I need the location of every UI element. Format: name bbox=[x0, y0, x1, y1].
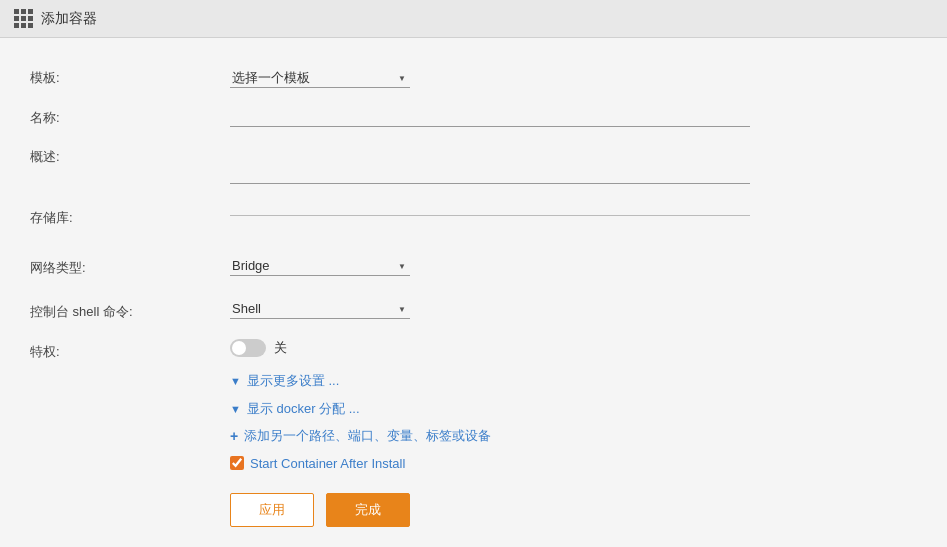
start-container-checkbox-row: Start Container After Install bbox=[230, 450, 917, 477]
red-arrow-icon bbox=[927, 392, 947, 432]
privilege-field-row: 关 bbox=[230, 328, 917, 367]
form-fields: 选择一个模板 Bridge bbox=[230, 58, 917, 527]
storage-label: 存储库: bbox=[30, 198, 230, 238]
toggle-off-label: 关 bbox=[274, 339, 287, 357]
show-docker-distribution-row: ▼ 显示 docker 分配 ... bbox=[230, 395, 917, 422]
template-select[interactable]: 选择一个模板 bbox=[230, 68, 410, 88]
form-content: 模板: 名称: 概述: 存储库: 网络类型: 控制台 shell 命令: 特权:… bbox=[0, 38, 947, 547]
network-type-select-wrapper: Bridge Host None Custom bbox=[230, 256, 410, 276]
finish-button[interactable]: 完成 bbox=[326, 493, 410, 527]
chevron-down-icon-2: ▼ bbox=[230, 403, 241, 415]
page-title: 添加容器 bbox=[41, 10, 97, 28]
privilege-label: 特权: bbox=[30, 332, 230, 372]
storage-field-row bbox=[230, 195, 917, 234]
template-field-row: 选择一个模板 bbox=[230, 58, 917, 97]
console-shell-field-row: Shell bash sh ash bbox=[230, 289, 917, 328]
console-shell-select-wrapper: Shell bash sh ash bbox=[230, 299, 410, 319]
network-type-select[interactable]: Bridge Host None Custom bbox=[230, 256, 410, 276]
chevron-down-icon-1: ▼ bbox=[230, 375, 241, 387]
network-type-label: 网络类型: bbox=[30, 248, 230, 288]
name-field-row bbox=[230, 97, 917, 136]
console-shell-select[interactable]: Shell bash sh ash bbox=[230, 299, 410, 319]
spacer1 bbox=[230, 234, 917, 246]
add-another-link[interactable]: 添加另一个路径、端口、变量、标签或设备 bbox=[244, 427, 491, 445]
buttons-row: 应用 完成 bbox=[230, 493, 917, 527]
show-docker-distribution-link[interactable]: 显示 docker 分配 ... bbox=[247, 400, 360, 418]
description-input[interactable] bbox=[230, 144, 750, 184]
apply-button[interactable]: 应用 bbox=[230, 493, 314, 527]
description-field-row bbox=[230, 136, 917, 195]
description-label: 概述: bbox=[30, 138, 230, 198]
console-shell-label: 控制台 shell 命令: bbox=[30, 292, 230, 332]
start-container-label[interactable]: Start Container After Install bbox=[250, 456, 405, 471]
form-labels: 模板: 名称: 概述: 存储库: 网络类型: 控制台 shell 命令: 特权: bbox=[30, 58, 230, 527]
show-more-settings-row: ▼ 显示更多设置 ... bbox=[230, 367, 917, 394]
template-label: 模板: bbox=[30, 58, 230, 98]
template-select-wrapper: 选择一个模板 bbox=[230, 68, 410, 88]
privilege-toggle-row: 关 bbox=[230, 330, 287, 366]
name-label: 名称: bbox=[30, 98, 230, 138]
grid-icon bbox=[14, 9, 33, 28]
add-container-window: 添加容器 模板: 名称: 概述: 存储库: 网络类型: 控制台 shell 命令… bbox=[0, 0, 947, 547]
start-container-checkbox[interactable] bbox=[230, 456, 244, 470]
network-type-field-row: Bridge Host None Custom bbox=[230, 246, 917, 285]
add-another-row: + 添加另一个路径、端口、变量、标签或设备 bbox=[230, 422, 917, 449]
title-bar: 添加容器 bbox=[0, 0, 947, 38]
privilege-toggle[interactable] bbox=[230, 339, 266, 357]
storage-divider bbox=[230, 215, 750, 216]
show-more-settings-link[interactable]: 显示更多设置 ... bbox=[247, 372, 339, 390]
name-input[interactable] bbox=[230, 107, 750, 127]
plus-icon: + bbox=[230, 428, 238, 444]
